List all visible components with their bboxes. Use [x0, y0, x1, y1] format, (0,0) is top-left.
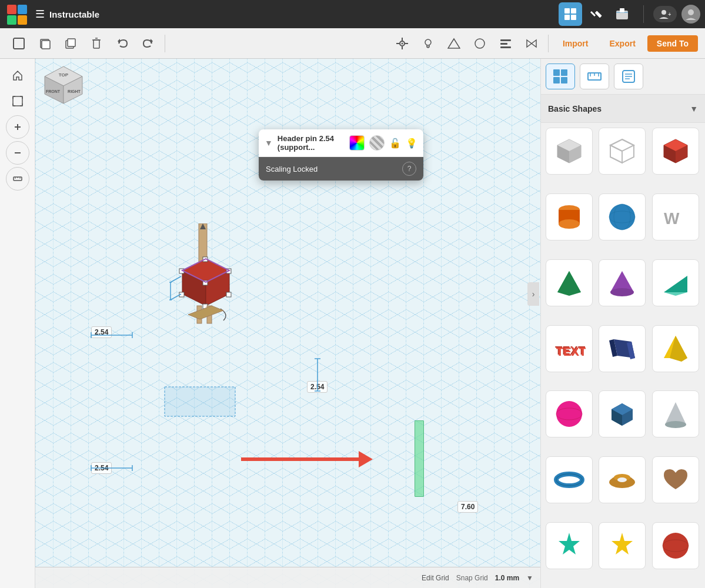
- panel-collapse-btn[interactable]: ›: [527, 282, 539, 306]
- shape-box-blue[interactable]: [599, 390, 646, 437]
- shape-red-box[interactable]: [652, 128, 699, 175]
- shape-sphere[interactable]: [599, 193, 646, 240]
- svg-rect-4: [595, 11, 602, 18]
- menu-icon[interactable]: ☰: [35, 8, 45, 21]
- mirror-btn[interactable]: [520, 32, 543, 55]
- shape-angled-box[interactable]: [599, 325, 646, 372]
- topbar: ☰ Instructable +: [0, 0, 705, 28]
- svg-rect-32: [500, 46, 511, 48]
- shape-sphere-red[interactable]: [652, 522, 699, 569]
- header-pin-object[interactable]: [165, 223, 247, 329]
- left-sidebar: [0, 59, 35, 588]
- popup-collapse-btn[interactable]: ▼: [265, 138, 273, 148]
- svg-point-29: [475, 39, 485, 48]
- shape-text-3d[interactable]: TEXT TEXT: [546, 325, 593, 372]
- visibility-btn[interactable]: 💡: [406, 138, 417, 149]
- svg-rect-83: [561, 77, 567, 83]
- triangle-tool-btn[interactable]: [442, 32, 466, 55]
- shape-pyramid-green[interactable]: [546, 259, 593, 306]
- svg-rect-82: [553, 77, 560, 83]
- shape-cylinder[interactable]: [546, 193, 593, 240]
- shape-star-teal[interactable]: [546, 522, 593, 569]
- redo-btn[interactable]: [136, 32, 160, 55]
- shape-torus[interactable]: [546, 456, 593, 503]
- svg-marker-64: [188, 306, 223, 319]
- arrow-head: [359, 451, 373, 467]
- shape-wedge-teal[interactable]: [652, 259, 699, 306]
- fit-view-btn[interactable]: [6, 89, 29, 113]
- svg-text:+: +: [668, 11, 671, 18]
- cube-navigator[interactable]: TOP FRONT RIGHT: [40, 64, 87, 111]
- align-btn[interactable]: [494, 32, 517, 55]
- svg-text:TOP: TOP: [59, 72, 69, 78]
- import-btn[interactable]: Import: [553, 35, 598, 52]
- add-user-btn[interactable]: +: [653, 6, 677, 22]
- scaling-locked-label: Scaling Locked: [266, 165, 397, 173]
- svg-marker-137: [612, 533, 633, 554]
- panel-tabs: [541, 59, 705, 95]
- sendto-btn[interactable]: Send To: [647, 35, 698, 52]
- svg-rect-80: [553, 69, 560, 76]
- camera-view-btn[interactable]: [390, 32, 414, 55]
- logo-cell-t: [7, 5, 16, 14]
- shape-cone-purple[interactable]: [599, 259, 646, 306]
- lock-btn[interactable]: 🔓: [389, 138, 401, 149]
- svg-marker-136: [559, 533, 580, 554]
- tab-ruler[interactable]: [580, 64, 609, 89]
- tab-notes[interactable]: [614, 64, 643, 89]
- green-pin-object[interactable]: [415, 420, 424, 497]
- light-btn[interactable]: [416, 32, 440, 55]
- canvas-area[interactable]: TOP FRONT RIGHT ▼ Header pin 2.54 (suppo…: [35, 59, 540, 588]
- shape-box-solid[interactable]: [546, 128, 593, 175]
- grid-view-btn[interactable]: [559, 2, 582, 26]
- user-avatar[interactable]: [681, 5, 700, 24]
- svg-text:W: W: [664, 209, 680, 228]
- shapes-dropdown-btn[interactable]: ▼: [690, 104, 698, 113]
- dim-label-1: 2.54: [91, 326, 112, 338]
- svg-rect-6: [620, 8, 624, 12]
- tools-btn[interactable]: [584, 2, 608, 26]
- svg-marker-28: [448, 39, 460, 48]
- svg-rect-15: [93, 40, 99, 48]
- new-btn[interactable]: [7, 32, 31, 55]
- color-picker-btn[interactable]: [349, 135, 365, 151]
- measure-btn[interactable]: [6, 167, 29, 191]
- shape-text[interactable]: W: [652, 193, 699, 240]
- edit-grid-label[interactable]: Edit Grid: [422, 574, 449, 582]
- logo-cell-i: [18, 5, 27, 14]
- shape-pyramid-yellow[interactable]: [652, 325, 699, 372]
- svg-rect-81: [561, 69, 567, 76]
- svg-marker-97: [610, 139, 634, 151]
- shape-sphere-pink[interactable]: [546, 390, 593, 437]
- zoom-out-btn[interactable]: [6, 141, 29, 165]
- dim-label-3: 2.54: [91, 462, 112, 474]
- svg-rect-30: [500, 39, 511, 41]
- scaling-help-btn[interactable]: ?: [402, 162, 416, 176]
- snap-dropdown-icon[interactable]: ▼: [526, 574, 533, 582]
- delete-btn[interactable]: [85, 32, 108, 55]
- undo-btn[interactable]: [111, 32, 134, 55]
- material-btn[interactable]: [369, 135, 385, 151]
- toolbar2: Import Export Send To: [0, 28, 705, 59]
- tab-grid[interactable]: [546, 64, 575, 89]
- circle-tool-btn[interactable]: [468, 32, 492, 55]
- svg-point-9: [688, 9, 694, 15]
- shape-heart[interactable]: [652, 456, 699, 503]
- svg-rect-14: [68, 39, 75, 46]
- svg-rect-59: [226, 292, 231, 297]
- shape-cone-gray[interactable]: [652, 390, 699, 437]
- shape-star-yellow[interactable]: [599, 522, 646, 569]
- svg-rect-2: [564, 15, 570, 20]
- svg-text:RIGHT: RIGHT: [68, 89, 81, 93]
- export-btn[interactable]: Export: [600, 35, 644, 52]
- projects-btn[interactable]: [610, 2, 634, 26]
- shape-donut-brown[interactable]: [599, 456, 646, 503]
- svg-point-26: [425, 39, 431, 45]
- zoom-in-btn[interactable]: [6, 115, 29, 139]
- home-btn[interactable]: [6, 64, 29, 87]
- svg-point-113: [610, 288, 634, 296]
- copy-btn[interactable]: [33, 32, 56, 55]
- duplicate-btn[interactable]: [59, 32, 82, 55]
- shape-box-hollow[interactable]: [599, 128, 646, 175]
- scaling-locked-bar: Scaling Locked ?: [259, 157, 423, 181]
